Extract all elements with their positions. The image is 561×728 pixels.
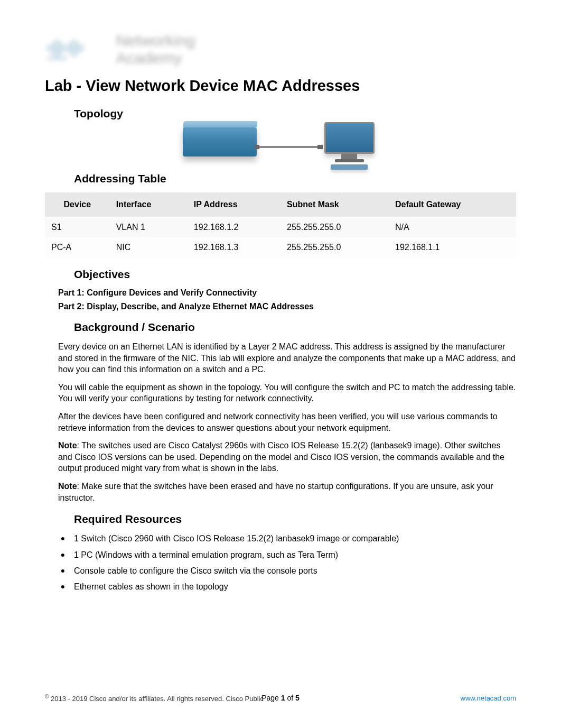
heading-addressing-table: Addressing Table — [74, 172, 516, 185]
note-label: Note — [58, 441, 77, 450]
cell-mask: 255.255.255.0 — [280, 237, 389, 257]
footer-page-number: Page 1 of 5 — [261, 694, 300, 702]
table-row: PC-A NIC 192.168.1.3 255.255.255.0 192.1… — [45, 237, 516, 257]
svg-rect-6 — [73, 39, 75, 57]
lab-title: Lab - View Network Device MAC Addresses — [45, 77, 516, 95]
svg-rect-8 — [81, 45, 83, 51]
footer-link[interactable]: www.netacad.com — [461, 694, 517, 702]
cell-interface: VLAN 1 — [110, 217, 188, 238]
heading-background: Background / Scenario — [74, 321, 516, 334]
svg-text:cisco: cisco — [48, 53, 67, 61]
note-label: Note — [58, 482, 77, 491]
th-gateway: Default Gateway — [389, 192, 516, 217]
heading-required-resources: Required Resources — [74, 513, 516, 526]
copyright-text: 2013 - 2019 Cisco and/or its affiliates.… — [49, 695, 264, 703]
heading-objectives: Objectives — [74, 268, 516, 281]
list-item: 1 PC (Windows with a terminal emulation … — [58, 549, 516, 561]
th-device: Device — [45, 192, 110, 217]
svg-rect-0 — [48, 45, 50, 51]
logo-text-line1: Networking — [116, 32, 195, 49]
page-total: 5 — [295, 694, 300, 702]
list-item: Ethernet cables as shown in the topology — [58, 581, 516, 593]
svg-rect-7 — [77, 42, 79, 54]
table-header-row: Device Interface IP Address Subnet Mask … — [45, 192, 516, 217]
note-text: : The switches used are Cisco Catalyst 2… — [58, 441, 504, 473]
logo-text: Networking Academy — [116, 32, 195, 67]
objective-part1: Part 1: Configure Devices and Verify Con… — [58, 288, 516, 298]
cisco-logo-icon: cisco — [45, 35, 108, 63]
cell-ip: 192.168.1.2 — [188, 217, 280, 238]
resources-list: 1 Switch (Cisco 2960 with Cisco IOS Rele… — [58, 533, 516, 593]
table-row: S1 VLAN 1 192.168.1.2 255.255.255.0 N/A — [45, 217, 516, 238]
note-text: : Make sure that the switches have been … — [58, 482, 493, 502]
th-interface: Interface — [110, 192, 188, 217]
addressing-table: Device Interface IP Address Subnet Mask … — [45, 192, 516, 257]
objective-part2: Part 2: Display, Describe, and Analyze E… — [58, 302, 516, 311]
cell-gateway: N/A — [389, 217, 516, 238]
th-ip: IP Address — [188, 192, 280, 217]
background-p3: After the devices have been configured a… — [58, 411, 516, 434]
page-label-mid: of — [285, 694, 295, 702]
svg-rect-4 — [64, 45, 67, 51]
svg-rect-3 — [60, 42, 62, 54]
cell-mask: 255.255.255.0 — [280, 217, 389, 238]
list-item: Console cable to configure the Cisco swi… — [58, 565, 516, 577]
svg-rect-1 — [52, 42, 54, 54]
switch-icon — [183, 127, 257, 156]
cell-device: S1 — [45, 217, 110, 238]
topology-diagram — [45, 127, 516, 162]
list-item: 1 Switch (Cisco 2960 with Cisco IOS Rele… — [58, 533, 516, 545]
page-footer: © 2013 - 2019 Cisco and/or its affiliate… — [45, 694, 516, 703]
logo-text-line2: Academy — [116, 49, 182, 67]
background-note1: Note: The switches used are Cisco Cataly… — [58, 440, 516, 474]
background-p1: Every device on an Ethernet LAN is ident… — [58, 341, 516, 375]
footer-copyright: © 2013 - 2019 Cisco and/or its affiliate… — [45, 694, 264, 703]
cell-device: PC-A — [45, 237, 110, 257]
heading-topology: Topology — [74, 107, 516, 120]
cell-interface: NIC — [110, 237, 188, 257]
th-mask: Subnet Mask — [280, 192, 389, 217]
svg-rect-5 — [69, 42, 71, 54]
background-note2: Note: Make sure that the switches have b… — [58, 481, 516, 503]
ethernet-cable-icon — [257, 146, 320, 148]
cell-ip: 192.168.1.3 — [188, 237, 280, 257]
page-label-pre: Page — [261, 694, 281, 702]
pc-icon — [320, 122, 378, 162]
logo-area: cisco Networking Academy — [45, 32, 516, 67]
cell-gateway: 192.168.1.1 — [389, 237, 516, 257]
background-p2: You will cable the equipment as shown in… — [58, 382, 516, 404]
